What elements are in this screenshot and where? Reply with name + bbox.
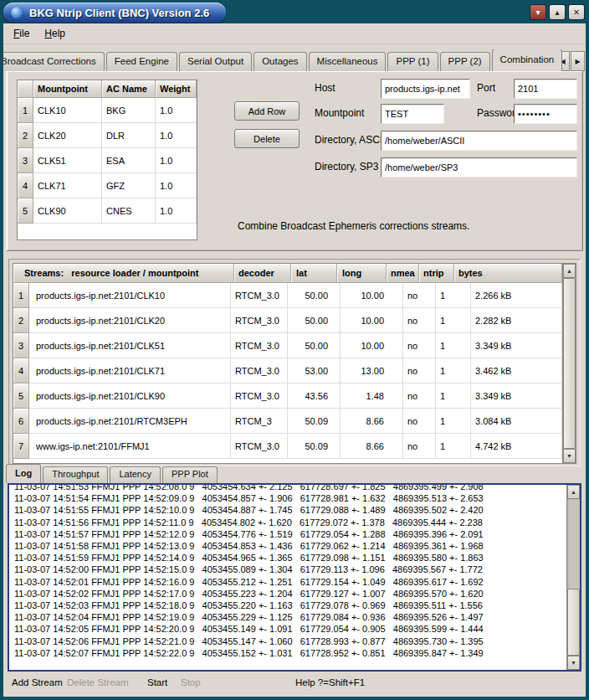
cell-source[interactable]: www.igs-ip.net:2101/FFMJ1 bbox=[29, 434, 231, 459]
scrollbar-track[interactable] bbox=[563, 278, 576, 449]
cell-lat[interactable]: 50.00 bbox=[288, 283, 341, 308]
cell-long[interactable]: 8.66 bbox=[341, 409, 403, 434]
port-input[interactable] bbox=[514, 79, 577, 99]
cell-mountpoint[interactable]: CLK51 bbox=[33, 148, 102, 173]
cell-long[interactable]: 10.00 bbox=[341, 283, 403, 308]
cell-bytes[interactable]: 3.349 kB bbox=[471, 333, 562, 358]
cell-ntrip[interactable]: 1 bbox=[436, 434, 471, 459]
password-input[interactable] bbox=[514, 104, 577, 124]
cell-ntrip[interactable]: 1 bbox=[436, 409, 471, 434]
stream-row[interactable]: 3 products.igs-ip.net:2101/CLK51 RTCM_3.… bbox=[13, 333, 562, 358]
header-mountpoint[interactable]: Mountpoint bbox=[33, 80, 102, 98]
header-ac-name[interactable]: AC Name bbox=[102, 80, 156, 98]
cell-weight[interactable]: 1.0 bbox=[156, 198, 197, 224]
maximize-button[interactable]: ▴ bbox=[549, 4, 566, 20]
directory-sp3-input[interactable] bbox=[381, 157, 577, 178]
header-streams[interactable]: Streams: resource loader / mountpoint bbox=[13, 264, 234, 283]
cell-ac-name[interactable]: CNES bbox=[102, 198, 156, 224]
tab-feed-engine[interactable]: Feed Engine bbox=[106, 52, 177, 71]
cell-mountpoint[interactable]: CLK71 bbox=[33, 173, 102, 198]
header-lat[interactable]: lat bbox=[291, 264, 337, 283]
cell-bytes[interactable]: 3.349 kB bbox=[471, 383, 562, 409]
minimize-button[interactable]: ▾ bbox=[530, 4, 546, 20]
stream-row[interactable]: 5 products.igs-ip.net:2101/CLK90 RTCM_3.… bbox=[13, 383, 562, 409]
directory-ascii-input[interactable] bbox=[381, 131, 577, 151]
tab-miscellaneous[interactable]: Miscellaneous bbox=[309, 52, 387, 71]
cell-ntrip[interactable]: 1 bbox=[436, 358, 471, 383]
cell-decoder[interactable]: RTCM_3.0 bbox=[231, 283, 288, 308]
cell-bytes[interactable]: 3.084 kB bbox=[471, 409, 562, 434]
cell-source[interactable]: products.igs-ip.net:2101/CLK20 bbox=[29, 308, 231, 333]
cell-lat[interactable]: 50.00 bbox=[288, 308, 341, 333]
scroll-down-icon[interactable]: ▼ bbox=[567, 656, 580, 670]
cell-ac-name[interactable]: ESA bbox=[102, 148, 156, 173]
tab-outages[interactable]: Outages bbox=[254, 52, 306, 71]
header-nmea[interactable]: nmea bbox=[387, 264, 419, 283]
header-bytes[interactable]: bytes bbox=[454, 264, 562, 283]
scroll-down-icon[interactable]: ▼ bbox=[563, 449, 576, 463]
scroll-up-icon[interactable]: ▲ bbox=[567, 485, 580, 499]
titlebar[interactable]: BKG Ntrip Client (BNC) Version 2.6 ▾ ▴ ✕ bbox=[0, 0, 589, 23]
cell-bytes[interactable]: 4.742 kB bbox=[471, 434, 562, 459]
cell-ntrip[interactable]: 1 bbox=[436, 333, 471, 358]
stream-row[interactable]: 6 products.igs-ip.net:2101/RTCM3EPH RTCM… bbox=[13, 409, 562, 434]
add-stream-button[interactable]: Add Stream bbox=[12, 677, 63, 687]
cell-weight[interactable]: 1.0 bbox=[156, 148, 197, 173]
combination-table-row[interactable]: 1 CLK10 BKG 1.0 bbox=[18, 98, 197, 123]
cell-weight[interactable]: 1.0 bbox=[156, 173, 197, 198]
close-button[interactable]: ✕ bbox=[568, 4, 585, 20]
cell-ac-name[interactable]: GFZ bbox=[102, 173, 156, 198]
header-long[interactable]: long bbox=[337, 264, 387, 283]
cell-mountpoint[interactable]: CLK20 bbox=[33, 123, 102, 148]
tab-scroll-right-icon[interactable]: ▶ bbox=[571, 51, 585, 71]
cell-long[interactable]: 13.00 bbox=[341, 358, 403, 383]
tab-ppp-plot[interactable]: PPP Plot bbox=[162, 466, 218, 483]
streams-scrollbar[interactable]: ▲ ▼ bbox=[562, 264, 576, 463]
cell-mountpoint[interactable]: CLK10 bbox=[33, 98, 102, 123]
cell-lat[interactable]: 43.56 bbox=[288, 383, 341, 409]
tab-latency[interactable]: Latency bbox=[110, 466, 161, 483]
scrollbar-thumb[interactable] bbox=[563, 278, 576, 449]
cell-nmea[interactable]: no bbox=[403, 383, 436, 409]
cell-ntrip[interactable]: 1 bbox=[436, 308, 471, 333]
scrollbar-track[interactable] bbox=[567, 499, 580, 656]
host-input[interactable] bbox=[381, 79, 470, 99]
cell-weight[interactable]: 1.0 bbox=[156, 123, 197, 148]
cell-decoder[interactable]: RTCM_3.0 bbox=[231, 308, 288, 333]
cell-source[interactable]: products.igs-ip.net:2101/CLK71 bbox=[29, 358, 231, 383]
combination-table-row[interactable]: 5 CLK90 CNES 1.0 bbox=[18, 198, 197, 224]
cell-ac-name[interactable]: BKG bbox=[102, 98, 156, 123]
combination-table-row[interactable]: 4 CLK71 GFZ 1.0 bbox=[18, 173, 197, 198]
log-output[interactable]: 11-03-07 14:51:53 FFMJ1 PPP 14:52:08.0 9… bbox=[8, 483, 581, 672]
cell-decoder[interactable]: RTCM_3.0 bbox=[231, 383, 288, 409]
cell-ntrip[interactable]: 1 bbox=[436, 283, 471, 308]
tab-throughput[interactable]: Throughput bbox=[43, 466, 108, 483]
cell-weight[interactable]: 1.0 bbox=[156, 98, 197, 123]
cell-lat[interactable]: 53.00 bbox=[288, 358, 341, 383]
stream-row[interactable]: 7 www.igs-ip.net:2101/FFMJ1 RTCM_3.0 50.… bbox=[13, 434, 562, 459]
tab-ppp-2[interactable]: PPP (2) bbox=[440, 52, 490, 71]
tab-serial-output[interactable]: Serial Output bbox=[179, 52, 252, 71]
scrollbar-thumb[interactable] bbox=[567, 589, 580, 656]
menu-file[interactable]: File bbox=[7, 25, 36, 42]
scroll-up-icon[interactable]: ▲ bbox=[563, 264, 576, 278]
tab-log[interactable]: Log bbox=[6, 464, 41, 483]
cell-nmea[interactable]: no bbox=[403, 358, 436, 383]
stream-row[interactable]: 4 products.igs-ip.net:2101/CLK71 RTCM_3.… bbox=[13, 358, 562, 383]
cell-long[interactable]: 10.00 bbox=[341, 308, 403, 333]
tab-ppp-1[interactable]: PPP (1) bbox=[387, 52, 438, 71]
add-row-button[interactable]: Add Row bbox=[234, 101, 300, 121]
header-ntrip[interactable]: ntrip bbox=[419, 264, 454, 283]
stream-row[interactable]: 1 products.igs-ip.net:2101/CLK10 RTCM_3.… bbox=[13, 283, 562, 308]
stream-row[interactable]: 2 products.igs-ip.net:2101/CLK20 RTCM_3.… bbox=[13, 308, 562, 333]
cell-source[interactable]: products.igs-ip.net:2101/CLK90 bbox=[29, 383, 231, 409]
help-button[interactable]: Help ?=Shift+F1 bbox=[295, 677, 365, 687]
cell-long[interactable]: 10.00 bbox=[341, 333, 403, 358]
cell-nmea[interactable]: no bbox=[403, 283, 436, 308]
cell-nmea[interactable]: no bbox=[403, 409, 436, 434]
cell-nmea[interactable]: no bbox=[403, 333, 436, 358]
tab-broadcast-corrections[interactable]: Broadcast Corrections bbox=[3, 52, 105, 71]
cell-long[interactable]: 8.66 bbox=[341, 434, 403, 459]
cell-lat[interactable]: 50.09 bbox=[288, 434, 341, 459]
header-decoder[interactable]: decoder bbox=[234, 264, 291, 283]
